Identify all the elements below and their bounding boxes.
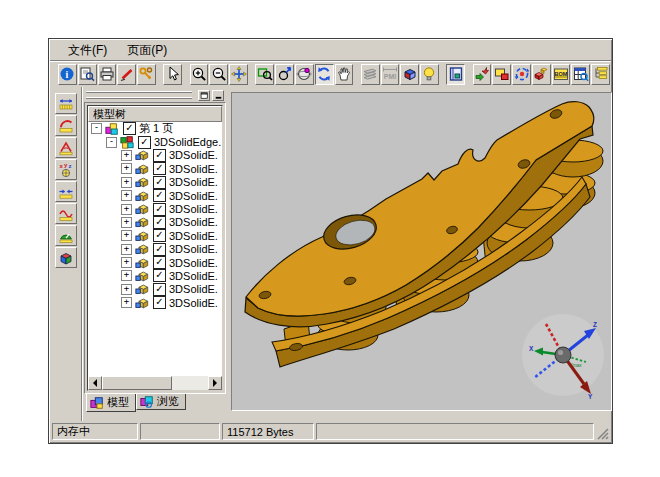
tree-item-part-9[interactable]: +✓3DSolidE. [88,256,222,269]
tree-item-part-10[interactable]: +✓3DSolidE. [88,269,222,282]
expander-plus-icon[interactable]: + [121,150,132,161]
expander-plus-icon[interactable]: + [121,297,132,308]
tree-item-assembly[interactable]: -✓3DSolidEdge. [88,135,222,148]
toolbar-structure-button[interactable] [591,64,610,85]
toolbar-markup-button[interactable] [117,64,136,85]
tree-item-part-12[interactable]: +✓3DSolidE. [88,296,222,309]
checkbox-checked[interactable]: ✓ [153,256,166,269]
checkbox-checked[interactable]: ✓ [153,269,166,282]
menu-page[interactable]: 页面(P) [119,40,175,61]
model-scene: Ymax Z X Y [232,93,611,410]
tab-browse[interactable]: 浏览 [136,394,186,410]
expander-plus-icon[interactable]: + [121,204,132,215]
tree-item-page[interactable]: -✓第 1 页 [88,122,222,135]
measure-measure-curve-button[interactable] [55,203,77,224]
tree-item-label: 3DSolidE. [169,297,218,309]
horizontal-scrollbar[interactable] [88,376,222,390]
panel-float-button[interactable] [198,90,210,101]
toolbar-print-button[interactable] [98,64,117,85]
measure-measure-volume-button[interactable] [55,247,77,268]
expander-plus-icon[interactable]: + [121,270,132,281]
printer-icon [99,66,115,82]
magnifier-arrow-icon [277,66,293,82]
tree-item-part-11[interactable]: +✓3DSolidE. [88,283,222,296]
toolbar-zoom-window-button[interactable] [255,64,274,85]
tree-item-part-3[interactable]: +✓3DSolidE. [88,176,222,189]
toolbar-explode-button[interactable] [532,64,551,85]
toolbar-zoom-out-button[interactable] [209,64,228,85]
toolbar-info-button[interactable]: i [58,64,77,85]
tree-item-part-4[interactable]: +✓3DSolidE. [88,189,222,202]
viewport-3d[interactable]: Ymax Z X Y [231,92,612,411]
expander-plus-icon[interactable]: + [121,217,132,228]
expander-minus-icon[interactable]: - [91,123,102,134]
tree-box: 模型树 -✓第 1 页-✓3DSolidEdge.+✓3DSolidE.+✓3D… [84,102,226,394]
checkbox-checked[interactable]: ✓ [153,229,166,242]
scroll-left-button[interactable] [88,376,102,390]
expander-plus-icon[interactable]: + [121,163,132,174]
toolbar-zoom-dynamic-button[interactable] [275,64,294,85]
expander-plus-icon[interactable]: + [121,230,132,241]
checkbox-checked[interactable]: ✓ [153,176,166,189]
toolbar-snapshot-button[interactable] [492,64,511,85]
checkbox-checked[interactable]: ✓ [153,296,166,309]
tree-item-part-6[interactable]: +✓3DSolidE. [88,216,222,229]
checkbox-checked[interactable]: ✓ [153,162,166,175]
panel-gripper[interactable] [86,90,224,100]
measure-measure-width-button[interactable] [55,93,77,114]
toolbar-bom-button[interactable]: BOM [552,64,571,85]
checkbox-checked[interactable]: ✓ [153,216,166,229]
svg-text:BOM: BOM [555,71,568,77]
tree-item-part-1[interactable]: +✓3DSolidE. [88,149,222,162]
toolbar-permissions-button[interactable] [137,64,156,85]
checkbox-checked[interactable]: ✓ [153,283,166,296]
checkbox-checked[interactable]: ✓ [153,189,166,202]
toolbar-view-cube-button[interactable] [400,64,419,85]
toolbar-zoom-fit-button[interactable] [229,64,248,85]
measure-xyz-icon: xyz [58,162,74,178]
checkbox-checked[interactable]: ✓ [153,243,166,256]
measure-measure-angle-button[interactable] [55,137,77,158]
scrollbar-thumb[interactable] [102,376,172,390]
main-toolbar: iPMIBOM [50,61,611,87]
toolbar-model-tree-panel-button[interactable] [446,64,465,85]
toolbar-select-button[interactable] [163,64,182,85]
panel-hide-button[interactable] [212,90,224,101]
expander-plus-icon[interactable]: + [121,284,132,295]
toolbar-find-button[interactable] [571,64,590,85]
scroll-right-button[interactable] [208,376,222,390]
tree-item-label: 3DSolidE. [169,176,218,188]
measure-measure-radius-button[interactable] [55,115,77,136]
expander-plus-icon[interactable]: + [121,190,132,201]
tab-model[interactable]: 模型 [86,394,136,412]
expander-plus-icon[interactable]: + [121,177,132,188]
toolbar-orbit-button[interactable] [295,64,314,85]
cube-icon [402,66,418,82]
checkbox-checked[interactable]: ✓ [123,122,136,135]
expander-minus-icon[interactable]: - [106,137,117,148]
toolbar-animate-rotate-button[interactable] [512,64,531,85]
svg-text:y: y [64,162,68,168]
menu-file[interactable]: 文件(F) [60,40,115,61]
toolbar-pan-button[interactable] [335,64,354,85]
checkbox-checked[interactable]: ✓ [138,136,151,149]
tree-item-part-5[interactable]: +✓3DSolidE. [88,202,222,215]
measure-measure-distance-button[interactable] [55,181,77,202]
tree-item-part-2[interactable]: +✓3DSolidE. [88,162,222,175]
toolbar-lighting-button[interactable] [420,64,439,85]
measure-measure-coordinate-button[interactable]: xyz [55,159,77,180]
checkbox-checked[interactable]: ✓ [153,203,166,216]
toolbar-refresh-button[interactable] [315,64,334,85]
resize-grip[interactable] [596,423,609,440]
toolbar-move-parts-button[interactable] [473,64,492,85]
tree-item-part-8[interactable]: +✓3DSolidE. [88,243,222,256]
toolbar-print-preview-button[interactable] [78,64,97,85]
expander-plus-icon[interactable]: + [121,257,132,268]
checkbox-checked[interactable]: ✓ [153,149,166,162]
toolbar-zoom-in-button[interactable] [190,64,209,85]
expander-plus-icon[interactable]: + [121,244,132,255]
tree-item-part-7[interactable]: +✓3DSolidE. [88,229,222,242]
magnifier-plus-icon [191,66,207,82]
measure-measure-gauge-button[interactable] [55,225,77,246]
scrollbar-track[interactable] [172,376,208,390]
